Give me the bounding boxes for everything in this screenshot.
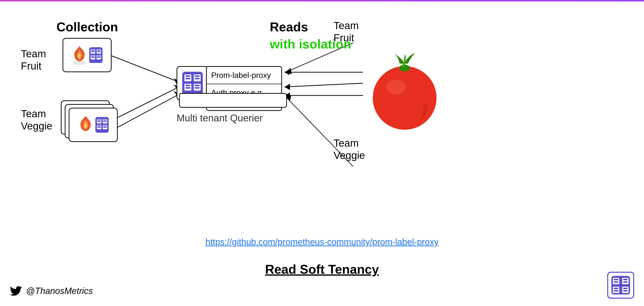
svg-rect-29: [97, 57, 100, 58]
svg-line-2: [118, 87, 179, 118]
team-fruit-right-label: Team Fruit: [334, 19, 359, 44]
querier-title: Multi tenant Querier: [176, 113, 263, 124]
page-container: Collection Reads with isolation Team Fru…: [0, 0, 644, 306]
svg-rect-23: [97, 51, 100, 52]
svg-rect-78: [186, 87, 190, 89]
svg-rect-95: [622, 287, 628, 293]
team-veggie-right-label: Team Veggie: [334, 137, 365, 162]
thanos-small-icon: [89, 47, 103, 63]
tomato-image: [363, 49, 446, 132]
svg-rect-59: [97, 121, 101, 122]
svg-rect-58: [97, 120, 101, 121]
svg-rect-87: [614, 279, 618, 280]
veggie-team-box-front: [69, 108, 118, 142]
thanos-logo-bottom-right: [607, 272, 634, 299]
twitter-handle: @ThanosMetrics: [26, 286, 93, 296]
svg-rect-97: [623, 290, 628, 292]
thanos-querier-icon: [182, 71, 204, 96]
svg-marker-9: [284, 84, 290, 90]
svg-marker-7: [284, 69, 290, 75]
thanos-icon-4: [95, 117, 109, 133]
svg-rect-25: [91, 56, 95, 57]
svg-rect-80: [195, 85, 200, 86]
svg-line-8: [284, 83, 363, 87]
svg-rect-68: [103, 127, 107, 128]
svg-rect-91: [623, 281, 628, 283]
svg-rect-86: [613, 278, 619, 284]
twitter-icon: [10, 286, 22, 296]
svg-line-4: [118, 94, 179, 127]
svg-rect-88: [614, 281, 618, 283]
svg-rect-22: [97, 50, 100, 51]
page-title: Read Soft Tenancy: [265, 262, 379, 277]
svg-line-0: [112, 56, 179, 82]
svg-rect-26: [91, 57, 95, 58]
svg-rect-93: [614, 288, 618, 289]
svg-rect-92: [613, 287, 619, 293]
svg-point-83: [386, 80, 406, 94]
svg-rect-94: [614, 290, 618, 292]
svg-rect-96: [623, 288, 628, 289]
svg-rect-90: [623, 279, 628, 280]
svg-rect-67: [103, 125, 107, 126]
reads-title: Reads: [270, 19, 308, 34]
prometheus-icon-4: [77, 115, 94, 135]
svg-rect-89: [622, 278, 628, 284]
svg-rect-81: [195, 87, 200, 89]
collection-title: Collection: [56, 19, 118, 34]
thanos-logo-icon: [611, 275, 630, 295]
svg-rect-65: [97, 127, 101, 128]
svg-rect-19: [91, 50, 95, 51]
tomato-svg: [363, 49, 446, 132]
prom-label-proxy-link[interactable]: https://github.com/prometheus-community/…: [206, 237, 438, 247]
svg-rect-71: [186, 75, 190, 77]
prometheus-icon: [71, 45, 88, 65]
svg-rect-62: [103, 121, 107, 122]
svg-rect-61: [103, 120, 107, 121]
svg-rect-74: [195, 75, 200, 77]
querier-label-prom: Prom-label-proxy: [207, 67, 281, 84]
svg-point-82: [373, 66, 436, 130]
svg-point-84: [399, 65, 410, 71]
fruit-team-box: [62, 38, 112, 72]
team-veggie-left-label: Team Veggie: [21, 108, 52, 133]
svg-rect-75: [195, 78, 200, 79]
svg-rect-20: [91, 51, 95, 52]
svg-rect-77: [186, 85, 190, 86]
svg-marker-13: [286, 68, 292, 74]
svg-rect-64: [97, 125, 101, 126]
svg-rect-72: [186, 78, 190, 79]
svg-point-16: [72, 61, 86, 65]
svg-rect-28: [97, 56, 100, 57]
twitter-footer: @ThanosMetrics: [10, 286, 93, 296]
team-fruit-left-label: Team Fruit: [21, 48, 46, 72]
querier-box-back: [179, 93, 287, 108]
